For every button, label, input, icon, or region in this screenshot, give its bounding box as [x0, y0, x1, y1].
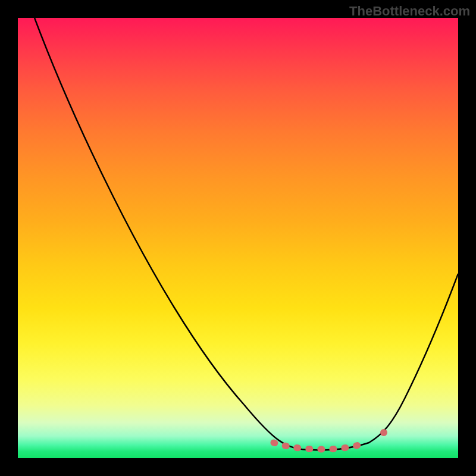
optimal-range: [274, 443, 367, 449]
bottleneck-curve: [35, 18, 458, 450]
curve-svg: [18, 18, 458, 458]
plot-area: [18, 18, 458, 458]
watermark: TheBottleneck.com: [349, 4, 470, 19]
optimal-marker: [380, 429, 387, 436]
chart-root: TheBottleneck.com: [0, 0, 476, 476]
